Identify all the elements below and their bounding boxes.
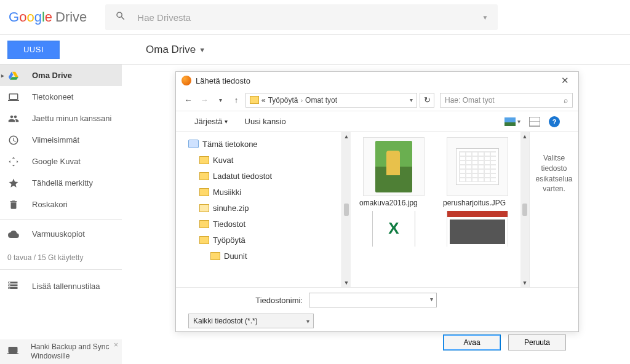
search-bar[interactable]: Hae Drivesta ▼ [105, 4, 498, 30]
tree-item[interactable]: Työpöytä [188, 232, 341, 248]
sidebar: Oma Drive Tietokoneet Jaettu minun kanss… [0, 65, 122, 364]
close-icon[interactable]: ✕ [557, 75, 573, 86]
sort-dropdown[interactable]: Järjestä ▾ [194, 117, 228, 126]
new-folder-button[interactable]: Uusi kansio [245, 117, 286, 126]
file-upload-dialog: Lähetä tiedosto ✕ ← → ▾ ↑ « Työpöytä › O… [175, 71, 579, 332]
svg-rect-1 [504, 122, 516, 126]
chevron-down-icon[interactable]: ▾ [430, 296, 433, 303]
close-icon[interactable]: × [114, 341, 118, 350]
back-icon[interactable]: ← [181, 95, 195, 105]
history-caret-icon[interactable]: ▾ [213, 97, 227, 103]
tree-item[interactable]: Ladatut tiedostot [188, 168, 341, 184]
preview-pane-icon[interactable] [529, 117, 540, 127]
search-icon: ⌕ [564, 96, 568, 105]
view-mode-icon[interactable]: ▾ [504, 117, 520, 126]
file-thumbnail [447, 137, 508, 196]
folder-icon [210, 252, 220, 260]
folder-icon [199, 236, 209, 244]
sidebar-item-label: Jaettu minun kanssani [32, 114, 111, 123]
sidebar-divider [0, 219, 122, 220]
file-item[interactable] [441, 211, 514, 249]
storage-usage-text: 0 tavua / 15 Gt käytetty [0, 245, 122, 266]
drive-icon [7, 69, 20, 82]
search-icon [115, 10, 126, 24]
forward-icon: → [197, 95, 211, 105]
shared-icon [7, 113, 20, 125]
filename-input[interactable]: ▾ [309, 293, 437, 307]
trash-icon [7, 199, 20, 211]
chevron-down-icon: ▼ [199, 46, 205, 53]
file-thumbnail [447, 211, 508, 247]
storage-icon [7, 280, 20, 293]
tree-item[interactable]: Kuvat [188, 152, 341, 168]
zip-icon [199, 204, 209, 212]
preview-pane: Valitse tiedosto esikatselua varten. [529, 132, 578, 287]
file-item[interactable]: perusharjoitus.JPG [441, 137, 514, 208]
second-bar: UUSI Oma Drive ▼ [0, 35, 630, 65]
sidebar-item-recent[interactable]: Viimeisimmät [0, 129, 122, 151]
files-scrollbar[interactable]: ▲▼ [520, 132, 529, 287]
search-options-caret[interactable]: ▼ [482, 14, 488, 21]
tree-item[interactable]: sinuhe.zip [188, 200, 341, 216]
search-placeholder: Hae Drivesta [137, 12, 482, 23]
tree-scrollbar[interactable]: ▲▼ [342, 132, 351, 287]
sidebar-item-starred[interactable]: Tähdellä merkitty [0, 172, 122, 194]
sidebar-item-label: Tähdellä merkitty [32, 178, 93, 188]
sidebar-item-my-drive[interactable]: Oma Drive [0, 65, 122, 86]
sidebar-item-computers[interactable]: Tietokoneet [0, 86, 122, 108]
chevron-down-icon[interactable]: ▾ [410, 97, 413, 103]
folder-icon [250, 96, 259, 104]
file-thumbnail: X [363, 211, 425, 247]
file-item[interactable]: omakuva2016.jpg [357, 137, 431, 208]
google-drive-logo[interactable]: Google Drive [9, 9, 87, 25]
computer-icon [188, 140, 199, 148]
backup-sync-tip[interactable]: Hanki Backup and Sync Windowsille × [0, 339, 122, 364]
sidebar-item-backups[interactable]: Varmuuskopiot [0, 223, 122, 245]
sidebar-item-trash[interactable]: Roskakori [0, 194, 122, 215]
new-button[interactable]: UUSI [7, 41, 60, 59]
tree-item-this-pc[interactable]: Tämä tietokone [188, 136, 341, 152]
dialog-title-text: Lähetä tiedosto [196, 76, 250, 85]
photos-icon [7, 156, 20, 168]
computers-icon [7, 91, 20, 103]
recent-icon [7, 134, 20, 146]
dialog-toolbar: Järjestä ▾ Uusi kansio ▾ ? [176, 111, 578, 132]
sidebar-item-label: Oma Drive [32, 71, 72, 80]
dialog-titlebar: Lähetä tiedosto ✕ [176, 72, 578, 89]
folder-icon [199, 220, 209, 228]
laptop-icon [7, 345, 18, 358]
sidebar-divider [0, 269, 122, 270]
sidebar-item-label: Roskakori [32, 200, 68, 209]
chevron-down-icon: ▾ [225, 118, 228, 125]
folder-icon [199, 188, 209, 196]
open-button[interactable]: Avaa [443, 334, 501, 350]
firefox-icon [181, 76, 191, 85]
file-item[interactable]: X [357, 211, 431, 249]
cloud-icon [7, 228, 20, 240]
sidebar-item-label: Tietokoneet [32, 92, 73, 101]
tree-item[interactable]: Tiedostot [188, 216, 341, 232]
tree-item[interactable]: Musiikki [188, 184, 341, 200]
folder-icon [199, 156, 209, 164]
help-icon[interactable]: ? [549, 116, 560, 127]
app-header: Google Drive Hae Drivesta ▼ [0, 0, 630, 35]
tree-item[interactable]: Duunit [188, 248, 341, 264]
filetype-select[interactable]: Kaikki tiedostot (*.*) [188, 314, 314, 328]
folder-icon [199, 172, 209, 180]
star-icon [7, 177, 20, 189]
folder-tree: Tämä tietokone Kuvat Ladatut tiedostot M… [176, 132, 342, 287]
dialog-bottom: Tiedostonimi: ▾ Kaikki tiedostot (*.*) A… [176, 287, 578, 331]
file-list: omakuva2016.jpg perusharjoitus.JPG X [351, 132, 520, 287]
address-bar[interactable]: « Työpöytä › Omat tyot ▾ [245, 93, 417, 108]
cancel-button[interactable]: Peruuta [508, 334, 566, 350]
breadcrumb[interactable]: Oma Drive ▼ [146, 44, 205, 56]
up-icon[interactable]: ↑ [229, 95, 243, 105]
more-storage-link[interactable]: Lisää tallennustilaa [0, 274, 122, 299]
sidebar-item-photos[interactable]: Google Kuvat [0, 151, 122, 172]
dialog-search-input[interactable]: Hae: Omat tyot ⌕ [440, 93, 573, 108]
sidebar-item-shared[interactable]: Jaettu minun kanssani [0, 108, 122, 129]
file-thumbnail [363, 137, 425, 196]
filename-label: Tiedostonimi: [188, 296, 303, 305]
refresh-icon[interactable]: ↻ [420, 93, 434, 108]
logo-drive-text: Drive [55, 9, 87, 25]
